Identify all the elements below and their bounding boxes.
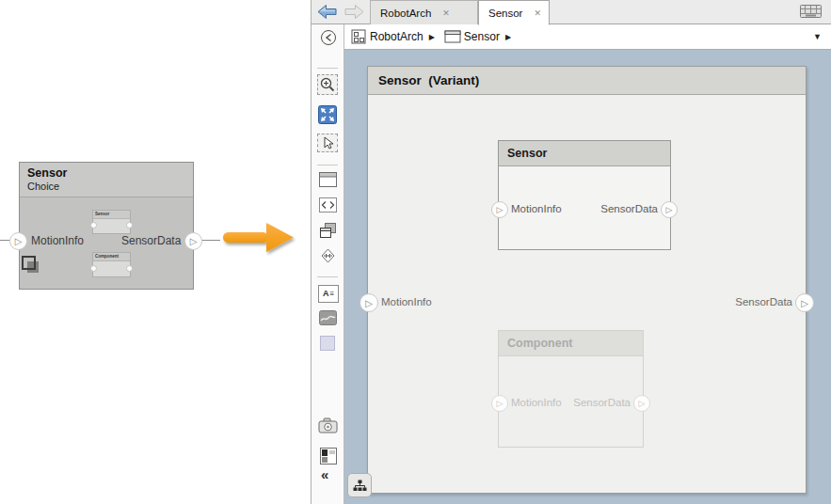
input-port-label: MotionInfo — [31, 234, 84, 247]
input-port: ▷ — [9, 232, 27, 250]
mini-block-component: Component — [92, 252, 131, 277]
component-block-component[interactable]: Component ▷ MotionInfo SensorData ▷ — [498, 330, 644, 448]
breadcrumb-chevron-icon[interactable]: ▶ — [505, 33, 511, 41]
architecture-input-port-label: MotionInfo — [381, 296, 432, 307]
block-title: Sensor — [27, 166, 193, 181]
input-port-label: MotionInfo — [511, 203, 562, 214]
adapter-tool-icon[interactable] — [319, 197, 337, 213]
mini-block-sensor: Sensor — [92, 210, 131, 234]
output-port-label: SensorData — [121, 234, 181, 247]
toolbar-separator — [317, 276, 338, 277]
input-port-label: MotionInfo — [511, 397, 562, 408]
input-port[interactable]: ▷ — [491, 201, 508, 218]
keyboard-shortcuts-icon[interactable] — [800, 5, 822, 19]
area-tool-icon[interactable] — [320, 336, 335, 351]
editor-canvas-background[interactable]: Sensor (Variant) Sensor ▷ MotionInfo Sen… — [344, 50, 831, 504]
toolbar-separator — [317, 165, 338, 165]
canvas-title: Sensor (Variant) — [368, 67, 806, 95]
annotation-lines: ≡ — [329, 287, 334, 301]
output-port: ▷ — [184, 232, 202, 250]
component-tool-icon[interactable] — [319, 172, 337, 187]
mini-input-port — [90, 222, 97, 228]
collapse-palette-icon[interactable]: « — [321, 466, 328, 482]
transition-arrow-icon — [215, 217, 299, 260]
component-block-sensor[interactable]: Sensor ▷ MotionInfo SensorData ▷ — [498, 140, 671, 250]
fit-to-view-tool-icon[interactable] — [318, 105, 337, 124]
legend-tool-icon[interactable] — [320, 448, 337, 465]
output-port[interactable]: ▷ — [633, 395, 650, 412]
port-triangle-icon: ▷ — [497, 205, 503, 214]
screenshot-camera-icon[interactable] — [318, 417, 338, 433]
back-button[interactable] — [317, 4, 337, 20]
output-port-label: SensorData — [573, 397, 631, 408]
breadcrumb: RobotArch ▶ Sensor ▶ ▼ — [344, 24, 831, 50]
component-title: Sensor — [499, 141, 670, 166]
toolbar-separator — [317, 68, 338, 69]
variant-choice-block: Sensor Choice Sensor Component — [19, 162, 194, 290]
architecture-output-port[interactable]: ▷ — [795, 293, 814, 312]
tab-label: RobotArch — [380, 8, 431, 19]
mini-output-port — [126, 222, 133, 228]
port-triangle-icon: ▷ — [365, 298, 373, 308]
tab-close-icon[interactable]: ✕ — [442, 8, 450, 18]
mini-output-port — [126, 265, 133, 272]
output-port-label: SensorData — [600, 203, 658, 214]
mini-block-title: Sensor — [93, 211, 130, 219]
port-triangle-icon: ▷ — [497, 399, 503, 408]
variant-choice-block-header: Sensor Choice — [20, 163, 193, 197]
input-port[interactable]: ▷ — [491, 395, 508, 412]
tab-bar: RobotArch ✕ Sensor ✕ — [312, 0, 831, 24]
variant-badge-icon — [22, 256, 36, 270]
component-title: Component — [499, 331, 643, 356]
port-triangle-icon: ▷ — [190, 236, 198, 246]
breadcrumb-item-robotarch[interactable]: RobotArch — [370, 30, 423, 43]
port-triangle-icon: ▷ — [666, 205, 673, 214]
tab-sensor[interactable]: Sensor ✕ — [478, 0, 550, 25]
annotation-letter: A — [323, 287, 329, 301]
model-hierarchy-badge[interactable] — [347, 473, 372, 497]
architecture-model-icon — [351, 29, 367, 44]
port-triangle-icon: ▷ — [639, 399, 646, 408]
port-triangle-icon: ▷ — [15, 236, 23, 246]
palette-toolbar: A ≡ « — [312, 24, 344, 504]
image-tool-icon[interactable] — [319, 310, 337, 325]
hierarchy-tree-icon — [353, 480, 367, 492]
architecture-input-port[interactable]: ▷ — [360, 293, 378, 312]
diagram-canvas[interactable]: Sensor (Variant) Sensor ▷ MotionInfo Sen… — [367, 66, 807, 494]
block-subtitle: Choice — [27, 181, 193, 193]
annotation-tool-icon[interactable]: A ≡ — [318, 285, 339, 303]
component-crumb-icon — [444, 30, 461, 43]
forward-button[interactable] — [344, 4, 364, 20]
output-port[interactable]: ▷ — [661, 201, 678, 218]
mini-block-title: Component — [93, 253, 130, 261]
breadcrumb-dropdown-caret[interactable]: ▼ — [813, 32, 822, 41]
signal-junction-tool-icon[interactable] — [319, 247, 337, 264]
tab-close-icon[interactable]: ✕ — [534, 8, 541, 18]
port-triangle-icon: ▷ — [801, 298, 808, 308]
mini-input-port — [90, 265, 97, 272]
zoom-in-tool-icon[interactable] — [317, 74, 338, 95]
hide-navigation-icon[interactable] — [320, 29, 337, 46]
breadcrumb-chevron-icon[interactable]: ▶ — [429, 33, 435, 41]
tab-label: Sensor — [488, 8, 522, 19]
tab-robotarch[interactable]: RobotArch ✕ — [370, 0, 478, 24]
architecture-output-port-label: SensorData — [735, 296, 792, 307]
breadcrumb-item-sensor[interactable]: Sensor — [464, 30, 500, 43]
select-tool-icon[interactable] — [317, 134, 338, 152]
variant-component-tool-icon[interactable] — [319, 222, 337, 239]
app-window: Sensor Choice Sensor Component ▷ MotionI… — [0, 0, 831, 504]
